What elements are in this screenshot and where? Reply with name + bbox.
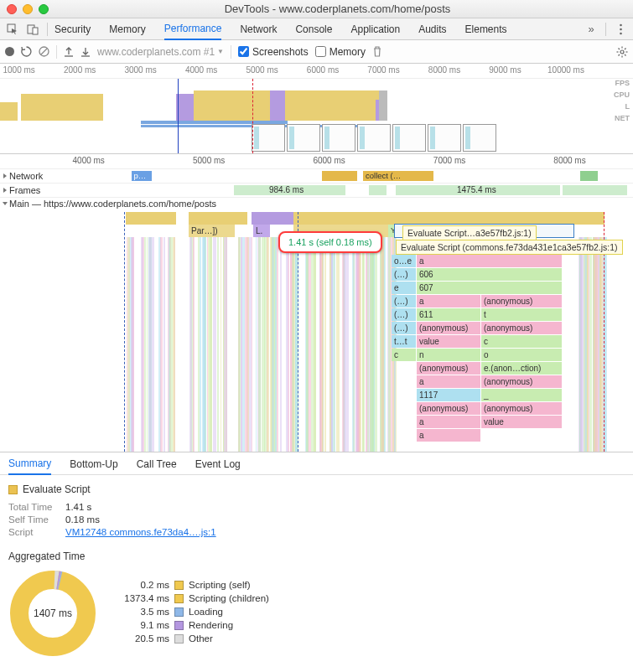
close-button[interactable] [7,4,17,14]
flame-entry[interactable]: (anonymous) [481,375,562,388]
load-profile-icon[interactable] [64,46,74,57]
save-profile-icon[interactable] [80,46,91,57]
details-tab-summary[interactable]: Summary [8,452,51,475]
flame-entry[interactable]: 607 [417,282,562,294]
trash-icon[interactable] [372,46,382,57]
flame-entry[interactable]: Par…]) [189,225,235,237]
flame-entry[interactable]: a [417,416,480,428]
task-bar[interactable] [394,212,574,225]
task-bar[interactable] [574,212,604,225]
inspect-icon[interactable] [5,22,20,37]
ruler-tick: 6000 ms [313,156,345,165]
flame-entry[interactable]: 1117 [417,389,480,401]
flame-stripe [275,237,277,452]
tab-elements[interactable]: Elements [465,18,507,40]
zoom-button[interactable] [39,4,49,14]
flame-stripe [267,237,269,452]
flame-entry[interactable]: (…) [392,308,416,321]
flame-entry[interactable]: a [417,429,480,442]
flame-entry[interactable]: (anonymous) [481,402,562,415]
profile-selector[interactable]: www.coderplanets.com #1▼ [97,46,224,58]
flame-stripe [313,237,316,452]
flame-entry[interactable]: e [392,282,416,294]
flame-stripe [152,237,154,452]
timeline-ruler[interactable]: 4000 ms5000 ms6000 ms7000 ms8000 ms9000 … [0,154,633,169]
frame-bar[interactable] [563,185,627,195]
flame-entry[interactable]: e.(anon…ction) [481,362,562,375]
flame-entry[interactable]: a [417,295,480,308]
flame-entry[interactable]: Y [388,225,395,237]
flame-entry[interactable]: c [481,335,562,348]
ruler-tick: 5000 ms [193,156,225,165]
flame-entry[interactable]: c [392,349,416,361]
task-bar[interactable] [126,212,176,225]
screenshot-thumbnails[interactable] [0,124,587,152]
tab-audits[interactable]: Audits [418,18,446,40]
network-row[interactable]: Network p… collect (… favic [0,169,633,184]
flame-stripe [366,237,366,452]
flame-entry[interactable]: (anonymous) [481,295,562,308]
flame-entry[interactable]: value [481,416,562,428]
frame-bar[interactable] [369,185,387,195]
flame-entry[interactable]: (…) [392,295,416,308]
more-panels-icon[interactable]: » [584,22,599,37]
tab-console[interactable]: Console [295,18,332,40]
flame-entry[interactable]: 606 [417,268,562,281]
screenshots-checkbox[interactable]: Screenshots [238,46,309,58]
flame-entry[interactable]: n [417,349,480,361]
clear-button[interactable] [39,46,49,57]
flame-stripe [198,237,200,452]
main-thread-row[interactable]: Main — https://www.coderplanets.com/home… [0,198,633,212]
task-bar[interactable] [293,212,394,225]
settings-gear-icon[interactable] [616,46,628,58]
flame-entry[interactable]: L. [253,225,270,237]
flame-entry[interactable]: (anonymous) [481,322,562,334]
flame-stripe [295,237,297,452]
network-bar[interactable] [322,171,357,181]
minimize-button[interactable] [23,4,33,14]
details-tab-event-log[interactable]: Event Log [195,453,241,474]
flame-entry[interactable]: (anonymous) [417,322,480,334]
frames-row[interactable]: Frames 984.6 ms 1475.4 ms [0,184,633,198]
flame-entry[interactable]: (…) [392,268,416,281]
details-tab-call-tree[interactable]: Call Tree [137,453,177,474]
flame-entry[interactable]: a [417,255,562,267]
flame-entry[interactable]: t…t [392,335,416,348]
flame-entry[interactable]: (anonymous) [417,362,480,375]
collapse-icon[interactable] [3,202,8,205]
expand-icon[interactable] [3,188,7,193]
memory-checkbox[interactable]: Memory [315,46,366,58]
flame-entry[interactable]: (…) [392,322,416,334]
tab-application[interactable]: Application [350,18,400,40]
script-link[interactable]: VM12748 commons.fe73da4….js:1 [65,527,216,537]
kebab-icon[interactable] [613,22,628,37]
flame-chart[interactable]: Par…]) L. Y Evaluate Script…a3e57fb2.js:… [0,212,633,452]
record-button[interactable] [5,47,14,56]
network-bar[interactable] [580,171,598,181]
task-bar[interactable] [252,212,293,225]
network-bar[interactable]: collect (… [363,171,433,181]
flame-entry[interactable]: value [417,335,480,348]
flame-entry[interactable]: 611 [417,308,480,321]
overview-pane[interactable]: 1000 ms2000 ms3000 ms4000 ms5000 ms6000 … [0,64,633,154]
flame-stripe [599,237,603,452]
flame-entry[interactable]: o…e [392,255,416,267]
network-bar[interactable]: p… [132,171,153,181]
device-toggle-icon[interactable] [25,22,40,37]
tab-performance[interactable]: Performance [164,18,222,40]
task-bar[interactable] [189,212,247,225]
duration-tooltip: 1.41 s (self 0.18 ms) [278,231,382,253]
flame-entry[interactable]: t [481,308,562,321]
tab-network[interactable]: Network [240,18,277,40]
flame-stripe [367,237,369,452]
flame-entry[interactable]: o [481,349,562,361]
flame-stripe [209,237,211,452]
tab-memory[interactable]: Memory [109,18,145,40]
details-tab-bottom-up[interactable]: Bottom-Up [70,453,117,474]
flame-entry[interactable]: _ [481,389,562,401]
flame-entry[interactable]: (anonymous) [417,402,480,415]
tab-security[interactable]: Security [54,18,91,40]
reload-button[interactable] [21,46,32,57]
expand-icon[interactable] [3,173,7,178]
flame-entry[interactable]: a [417,375,480,388]
